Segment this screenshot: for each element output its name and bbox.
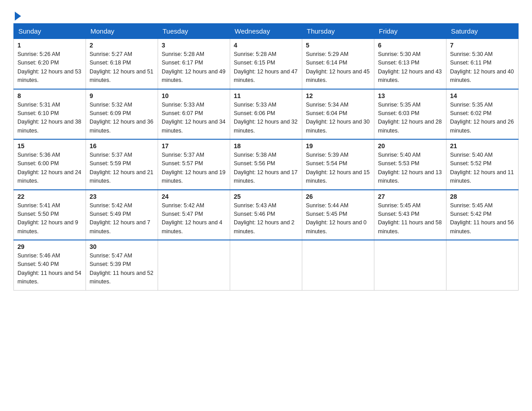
logo-arrow-icon	[15, 12, 21, 21]
day-number: 1	[17, 42, 82, 49]
calendar-day-cell: 24Sunrise: 5:42 AMSunset: 5:47 PMDayligh…	[158, 190, 230, 240]
day-number: 26	[306, 193, 370, 200]
day-info: Sunrise: 5:35 AMSunset: 6:03 PMDaylight:…	[378, 101, 442, 136]
calendar-table: SundayMondayTuesdayWednesdayThursdayFrid…	[13, 23, 519, 291]
calendar-day-cell: 7Sunrise: 5:30 AMSunset: 6:11 PMDaylight…	[446, 39, 519, 89]
day-number: 11	[234, 92, 298, 99]
weekday-header-friday: Friday	[374, 24, 446, 39]
calendar-day-cell: 19Sunrise: 5:39 AMSunset: 5:54 PMDayligh…	[302, 139, 374, 190]
calendar-day-cell: 21Sunrise: 5:40 AMSunset: 5:52 PMDayligh…	[446, 139, 519, 190]
calendar-day-cell: 4Sunrise: 5:28 AMSunset: 6:15 PMDaylight…	[230, 39, 302, 89]
day-number: 29	[17, 243, 82, 250]
calendar-day-cell: 28Sunrise: 5:45 AMSunset: 5:42 PMDayligh…	[446, 190, 519, 240]
calendar-day-cell: 25Sunrise: 5:43 AMSunset: 5:46 PMDayligh…	[230, 190, 302, 240]
calendar-day-cell: 22Sunrise: 5:41 AMSunset: 5:50 PMDayligh…	[14, 190, 86, 240]
page-header	[13, 9, 519, 19]
day-info: Sunrise: 5:47 AMSunset: 5:39 PMDaylight:…	[90, 252, 154, 287]
calendar-week-row: 1Sunrise: 5:26 AMSunset: 6:20 PMDaylight…	[14, 39, 519, 89]
calendar-day-cell: 5Sunrise: 5:29 AMSunset: 6:14 PMDaylight…	[302, 39, 374, 89]
day-number: 12	[306, 92, 370, 99]
calendar-day-cell: 30Sunrise: 5:47 AMSunset: 5:39 PMDayligh…	[86, 240, 158, 290]
calendar-day-cell: 27Sunrise: 5:45 AMSunset: 5:43 PMDayligh…	[374, 190, 446, 240]
day-info: Sunrise: 5:34 AMSunset: 6:04 PMDaylight:…	[306, 101, 370, 136]
weekday-header-saturday: Saturday	[446, 24, 519, 39]
calendar-day-cell	[446, 240, 519, 290]
day-info: Sunrise: 5:30 AMSunset: 6:13 PMDaylight:…	[378, 50, 442, 85]
day-info: Sunrise: 5:27 AMSunset: 6:18 PMDaylight:…	[90, 50, 154, 85]
calendar-day-cell: 15Sunrise: 5:36 AMSunset: 6:00 PMDayligh…	[14, 139, 86, 190]
calendar-day-cell: 2Sunrise: 5:27 AMSunset: 6:18 PMDaylight…	[86, 39, 158, 89]
day-info: Sunrise: 5:41 AMSunset: 5:50 PMDaylight:…	[17, 201, 82, 236]
day-number: 6	[378, 42, 442, 49]
day-number: 9	[90, 92, 154, 99]
day-info: Sunrise: 5:38 AMSunset: 5:56 PMDaylight:…	[234, 151, 298, 186]
day-info: Sunrise: 5:40 AMSunset: 5:53 PMDaylight:…	[378, 151, 442, 186]
day-info: Sunrise: 5:39 AMSunset: 5:54 PMDaylight:…	[306, 151, 370, 186]
calendar-day-cell: 18Sunrise: 5:38 AMSunset: 5:56 PMDayligh…	[230, 139, 302, 190]
calendar-day-cell: 17Sunrise: 5:37 AMSunset: 5:57 PMDayligh…	[158, 139, 230, 190]
day-number: 3	[162, 42, 226, 49]
day-number: 19	[306, 142, 370, 150]
day-number: 21	[450, 142, 515, 150]
day-info: Sunrise: 5:28 AMSunset: 6:17 PMDaylight:…	[162, 50, 226, 85]
calendar-day-cell: 10Sunrise: 5:33 AMSunset: 6:07 PMDayligh…	[158, 89, 230, 140]
day-info: Sunrise: 5:32 AMSunset: 6:09 PMDaylight:…	[90, 101, 154, 136]
day-number: 5	[306, 42, 370, 49]
day-info: Sunrise: 5:42 AMSunset: 5:49 PMDaylight:…	[90, 201, 154, 236]
day-info: Sunrise: 5:31 AMSunset: 6:10 PMDaylight:…	[17, 101, 82, 136]
day-info: Sunrise: 5:28 AMSunset: 6:15 PMDaylight:…	[234, 50, 298, 85]
day-info: Sunrise: 5:45 AMSunset: 5:43 PMDaylight:…	[378, 201, 442, 236]
day-number: 17	[162, 142, 226, 150]
calendar-day-cell: 14Sunrise: 5:35 AMSunset: 6:02 PMDayligh…	[446, 89, 519, 140]
day-number: 28	[450, 193, 515, 200]
calendar-day-cell: 13Sunrise: 5:35 AMSunset: 6:03 PMDayligh…	[374, 89, 446, 140]
calendar-day-cell: 1Sunrise: 5:26 AMSunset: 6:20 PMDaylight…	[14, 39, 86, 89]
day-number: 16	[90, 142, 154, 150]
calendar-day-cell: 12Sunrise: 5:34 AMSunset: 6:04 PMDayligh…	[302, 89, 374, 140]
day-number: 20	[378, 142, 442, 150]
day-info: Sunrise: 5:46 AMSunset: 5:40 PMDaylight:…	[17, 252, 82, 287]
day-number: 4	[234, 42, 298, 49]
calendar-day-cell: 3Sunrise: 5:28 AMSunset: 6:17 PMDaylight…	[158, 39, 230, 89]
day-info: Sunrise: 5:42 AMSunset: 5:47 PMDaylight:…	[162, 201, 226, 236]
day-number: 2	[90, 42, 154, 49]
calendar-day-cell: 6Sunrise: 5:30 AMSunset: 6:13 PMDaylight…	[374, 39, 446, 89]
day-info: Sunrise: 5:44 AMSunset: 5:45 PMDaylight:…	[306, 201, 370, 236]
day-info: Sunrise: 5:33 AMSunset: 6:06 PMDaylight:…	[234, 101, 298, 136]
day-info: Sunrise: 5:30 AMSunset: 6:11 PMDaylight:…	[450, 50, 515, 85]
calendar-day-cell: 8Sunrise: 5:31 AMSunset: 6:10 PMDaylight…	[14, 89, 86, 140]
day-number: 22	[17, 193, 82, 200]
day-number: 30	[90, 243, 154, 250]
calendar-day-cell: 23Sunrise: 5:42 AMSunset: 5:49 PMDayligh…	[86, 190, 158, 240]
day-number: 7	[450, 42, 515, 49]
calendar-week-row: 8Sunrise: 5:31 AMSunset: 6:10 PMDaylight…	[14, 89, 519, 140]
weekday-header-row: SundayMondayTuesdayWednesdayThursdayFrid…	[14, 24, 519, 39]
calendar-day-cell	[158, 240, 230, 290]
calendar-day-cell	[230, 240, 302, 290]
day-number: 24	[162, 193, 226, 200]
day-info: Sunrise: 5:36 AMSunset: 6:00 PMDaylight:…	[17, 151, 82, 186]
day-info: Sunrise: 5:43 AMSunset: 5:46 PMDaylight:…	[234, 201, 298, 236]
calendar-day-cell: 29Sunrise: 5:46 AMSunset: 5:40 PMDayligh…	[14, 240, 86, 290]
calendar-day-cell: 16Sunrise: 5:37 AMSunset: 5:59 PMDayligh…	[86, 139, 158, 190]
day-info: Sunrise: 5:45 AMSunset: 5:42 PMDaylight:…	[450, 201, 515, 236]
calendar-week-row: 22Sunrise: 5:41 AMSunset: 5:50 PMDayligh…	[14, 190, 519, 240]
day-number: 10	[162, 92, 226, 99]
day-info: Sunrise: 5:40 AMSunset: 5:52 PMDaylight:…	[450, 151, 515, 186]
weekday-header-sunday: Sunday	[14, 24, 86, 39]
weekday-header-monday: Monday	[86, 24, 158, 39]
day-number: 27	[378, 193, 442, 200]
calendar-day-cell	[302, 240, 374, 290]
day-info: Sunrise: 5:33 AMSunset: 6:07 PMDaylight:…	[162, 101, 226, 136]
logo	[13, 9, 21, 19]
day-number: 18	[234, 142, 298, 150]
day-info: Sunrise: 5:37 AMSunset: 5:59 PMDaylight:…	[90, 151, 154, 186]
day-number: 13	[378, 92, 442, 99]
day-info: Sunrise: 5:29 AMSunset: 6:14 PMDaylight:…	[306, 50, 370, 85]
calendar-day-cell: 26Sunrise: 5:44 AMSunset: 5:45 PMDayligh…	[302, 190, 374, 240]
calendar-day-cell: 9Sunrise: 5:32 AMSunset: 6:09 PMDaylight…	[86, 89, 158, 140]
weekday-header-tuesday: Tuesday	[158, 24, 230, 39]
day-number: 8	[17, 92, 82, 99]
day-info: Sunrise: 5:35 AMSunset: 6:02 PMDaylight:…	[450, 101, 515, 136]
day-number: 15	[17, 142, 82, 150]
